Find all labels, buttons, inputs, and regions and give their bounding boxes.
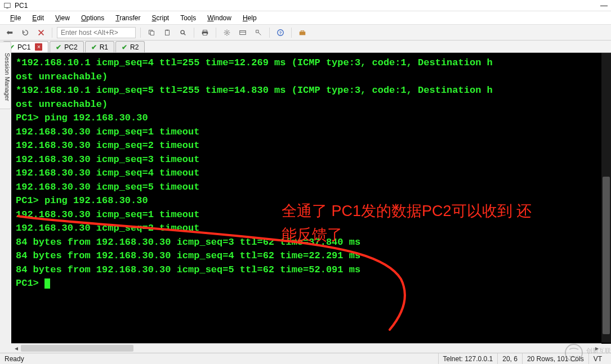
terminal-cursor [44, 278, 50, 289]
scrollbar-thumb[interactable] [603, 177, 610, 334]
svg-point-13 [226, 32, 228, 34]
connected-icon: ✔ [91, 43, 97, 51]
minimize-button[interactable]: — [600, 1, 608, 10]
svg-point-20 [565, 344, 582, 361]
settings-icon[interactable] [221, 26, 233, 39]
reconnect-icon[interactable] [19, 26, 32, 39]
menu-edit[interactable]: Edit [26, 13, 50, 23]
svg-rect-14 [240, 30, 246, 34]
session-manager-tab[interactable]: Session Manager [0, 42, 11, 109]
find-icon[interactable] [177, 26, 189, 39]
terminal[interactable]: *192.168.10.1 icmp_seq=4 ttl=255 time=12… [11, 53, 611, 344]
connected-icon: ✔ [122, 43, 127, 51]
svg-rect-1 [6, 7, 8, 8]
menu-script[interactable]: Script [146, 13, 175, 23]
tab-pc2[interactable]: ✔ PC2 [50, 41, 83, 52]
menu-help[interactable]: Help [237, 13, 262, 23]
svg-rect-12 [203, 33, 207, 35]
svg-rect-0 [5, 3, 11, 7]
tab-label: PC1 [17, 43, 30, 51]
menu-file[interactable]: File [5, 13, 26, 23]
status-bar: Ready Telnet: 127.0.0.1 20, 6 20 Rows, 1… [0, 353, 611, 364]
svg-line-9 [184, 33, 186, 35]
horizontal-scrollbar[interactable]: ◂ ▸ [11, 343, 601, 353]
app-icon [3, 2, 11, 10]
quick-connect-icon[interactable] [3, 26, 16, 39]
svg-rect-19 [301, 30, 304, 32]
status-cursor: 20, 6 [497, 353, 522, 364]
connected-icon: ✔ [56, 43, 61, 51]
menu-transfer[interactable]: Transfer [110, 13, 146, 23]
svg-rect-6 [166, 30, 170, 35]
window-title: PC1 [15, 2, 600, 10]
svg-rect-18 [300, 32, 306, 35]
tab-label: R2 [130, 43, 139, 51]
tab-label: R1 [100, 43, 108, 51]
tab-r1[interactable]: ✔ R1 [85, 41, 114, 52]
help-icon[interactable]: ? [274, 26, 287, 39]
toolbox-icon[interactable] [296, 26, 309, 39]
print-icon[interactable] [199, 26, 211, 39]
close-tab-button[interactable]: × [35, 43, 42, 51]
status-connection: Telnet: 127.0.0.1 [438, 353, 498, 364]
svg-text:?: ? [279, 30, 282, 35]
tab-label: PC2 [64, 43, 77, 51]
menu-view[interactable]: View [50, 13, 75, 23]
menu-tools[interactable]: Tools [175, 13, 202, 23]
menu-options[interactable]: Options [75, 13, 110, 23]
svg-point-8 [181, 30, 184, 34]
title-bar: PC1 — [0, 0, 611, 11]
host-input[interactable] [57, 27, 136, 38]
status-ready: Ready [5, 355, 24, 363]
session-options-icon[interactable] [237, 26, 249, 39]
scrollbar-thumb[interactable] [21, 345, 133, 352]
menu-window[interactable]: Window [202, 13, 237, 23]
svg-text:创新互联: 创新互联 [586, 347, 611, 354]
copy-icon[interactable] [145, 26, 158, 39]
vertical-scrollbar[interactable] [601, 53, 611, 343]
svg-rect-7 [166, 29, 168, 30]
toolbar: ? [0, 25, 611, 41]
menubar: File Edit View Options Transfer Script T… [0, 11, 611, 25]
keyword-icon[interactable] [252, 26, 265, 39]
svg-rect-5 [150, 31, 154, 35]
svg-rect-10 [203, 30, 207, 32]
tabs-bar: ✔ PC1 × ✔ PC2 ✔ R1 ✔ R2 [0, 41, 611, 53]
paste-icon[interactable] [161, 26, 173, 39]
tab-r2[interactable]: ✔ R2 [115, 41, 145, 52]
disconnect-icon[interactable] [35, 26, 47, 39]
watermark-logo: 创新互联 [564, 341, 611, 364]
scroll-left-button[interactable]: ◂ [11, 344, 21, 353]
